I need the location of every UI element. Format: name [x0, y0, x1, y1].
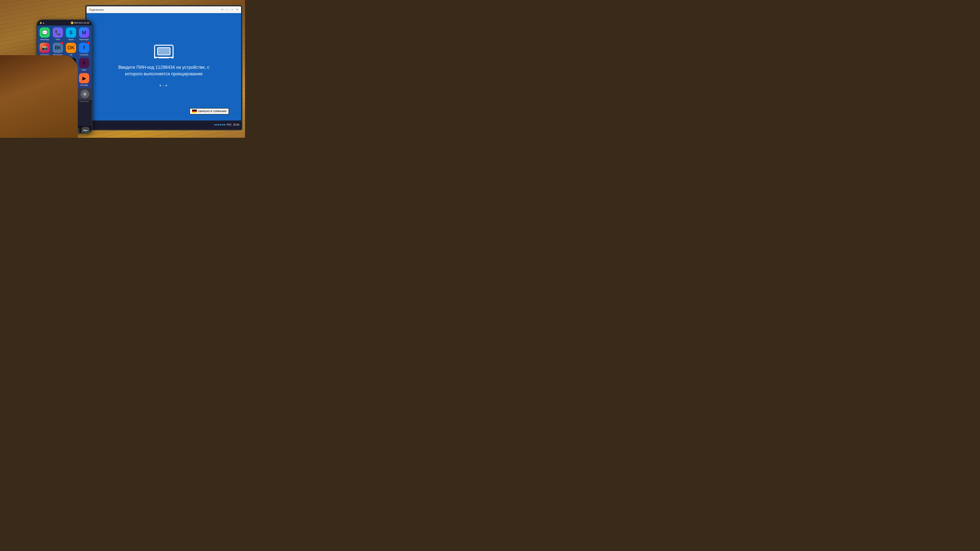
- ya-dengi-icon: ₽: [40, 58, 50, 68]
- messenger-icon: M: [79, 27, 89, 38]
- messenger-label: Messenger: [79, 38, 89, 41]
- facebook-badge: 2: [87, 42, 90, 44]
- ok-icon: OK: [66, 43, 76, 53]
- app-layout[interactable]: ⊞ Layout: [65, 73, 76, 86]
- window-title: Подключить: [89, 8, 221, 11]
- cast-pin-text: Введите ПИН-код 11298434 на устройстве, …: [118, 64, 210, 77]
- app-messenger[interactable]: M Messenger: [78, 27, 90, 41]
- context-switch[interactable]: Сменить устр.: [37, 110, 92, 118]
- status-wifi: WiFi: [74, 22, 78, 24]
- app-vk[interactable]: ВК 1 ВКонтакте: [52, 43, 64, 56]
- context-pause[interactable]: Приостановить: [37, 103, 92, 110]
- cast-content: Введите ПИН-код 11298434 на устройстве, …: [86, 13, 241, 121]
- app-ok[interactable]: OK ОК: [65, 43, 76, 56]
- taskbar: РУС 20:38: [86, 121, 241, 129]
- bottom-app-row: 📱 Телефон 💬 Сообщения 🌐 Интернет ▶ Play …: [37, 126, 92, 133]
- layout-icon: ⊞: [66, 73, 76, 83]
- app-snapseed[interactable]: 🌿 Snapseed: [65, 58, 76, 71]
- bottom-app-play[interactable]: ▶ Play Маркет: [71, 127, 80, 133]
- window-maximize-btn[interactable]: □: [231, 8, 234, 11]
- window-minimize-btn[interactable]: —: [226, 8, 229, 11]
- pause-label: Приостановить: [46, 105, 67, 108]
- status-signal: 📶: [71, 22, 73, 24]
- vk-label: ВКонтакте: [53, 54, 63, 56]
- status-notifications: 🔔 ▲: [40, 22, 45, 24]
- reklama-label: Реклама: [80, 84, 88, 86]
- app-grid: 💬 WhatsApp 📞 Viber S Skype M Messenger 📸…: [37, 25, 92, 88]
- instagram-label: Instagram: [40, 54, 49, 56]
- app-facebook[interactable]: f 2 Facebook: [78, 43, 90, 56]
- germany-flag: [192, 110, 197, 113]
- app-skype[interactable]: S Skype: [65, 27, 76, 41]
- app-pochta-rossii[interactable]: ✉ Почта России: [39, 73, 50, 86]
- slack-label: Slack: [82, 69, 86, 71]
- status-right-icons: 📶 WiFi 91% 20:38: [71, 22, 89, 24]
- viber-label: Viber: [56, 38, 60, 41]
- app-whatsapp[interactable]: 💬 WhatsApp: [39, 27, 50, 41]
- status-battery: 91%: [79, 22, 83, 24]
- bottom-app-internet[interactable]: 🌐 Интернет: [60, 127, 70, 133]
- ok-label: ОК: [70, 54, 72, 56]
- skype-icon: S: [66, 27, 76, 38]
- pause-dot: [41, 105, 44, 108]
- tray-dot-2: [216, 124, 218, 125]
- taskbar-language: РУС: [227, 124, 232, 126]
- status-time: 20:38: [84, 22, 89, 24]
- app-viber[interactable]: 📞 Viber: [52, 27, 64, 41]
- snapseed-icon: 🌿: [66, 58, 76, 68]
- app-boomerang[interactable]: ∞ Boomerang: [52, 73, 64, 86]
- laptop-screen: Подключить ✏ — □ ✕: [86, 6, 241, 129]
- pinterest-badge: 193: [59, 57, 64, 59]
- app-instagram[interactable]: 📸 Instagram: [39, 43, 50, 56]
- gear-settings-btn[interactable]: ⚙: [80, 90, 89, 98]
- switch-label: Сменить устр.: [46, 112, 65, 116]
- phone-icon: 📱: [39, 127, 48, 133]
- viber-icon: 📞: [53, 27, 63, 38]
- phone-screen: 🔔 ▲ 📶 WiFi 91% 20:38 💬 WhatsApp 📞 Viber …: [37, 20, 92, 133]
- switch-dot: [41, 112, 44, 116]
- disconnect-label: Отключить: [46, 119, 61, 123]
- bottom-app-phone[interactable]: 📱 Телефон: [39, 127, 48, 133]
- sub-label-auth: Authenticator: [79, 100, 89, 102]
- bottom-app-camera[interactable]: 📷 Камера: [81, 127, 90, 133]
- window-edit-btn[interactable]: ✏: [221, 8, 224, 11]
- facebook-icon: f 2: [79, 43, 89, 53]
- layout-label: Layout: [68, 84, 74, 86]
- pinterest-label: Pinterest: [54, 69, 62, 71]
- vtb-label: ВТБ: [60, 93, 65, 95]
- window-titlebar: Подключить ✏ — □ ✕: [86, 6, 241, 13]
- skype-label: Skype: [68, 38, 74, 41]
- bottom-app-messages[interactable]: 💬 Сообщения: [49, 127, 59, 133]
- tray-dot-1: [215, 124, 216, 125]
- snapseed-label: Snapseed: [67, 69, 75, 71]
- boomerang-label: Boomerang: [53, 84, 63, 86]
- app-slack[interactable]: # Slack: [78, 58, 90, 71]
- app-reklama[interactable]: ▶ Реклама: [78, 73, 90, 86]
- pochta-rossii-label: Почта России: [39, 84, 50, 86]
- pinterest-icon: P 193: [53, 58, 63, 68]
- context-menu: Приостановить Сменить устр. Отключить: [37, 102, 92, 126]
- tray-dot-5: [222, 124, 223, 125]
- sticker-text: СВАРЕНО В ГЕРМАНИИ: [198, 110, 226, 113]
- window-close-btn[interactable]: ✕: [235, 8, 239, 11]
- vtb-icon[interactable]: ВТБ: [59, 90, 67, 98]
- svg-rect-1: [158, 48, 170, 55]
- tray-dot-6: [224, 124, 225, 125]
- pochta-rossii-icon: ✉: [40, 73, 50, 83]
- tray-icons: [215, 124, 225, 125]
- sub-label-vtb: ВТБ: [62, 100, 65, 102]
- loading-indicator: •-•: [159, 82, 169, 89]
- internet-icon: 🌐: [61, 127, 69, 133]
- laptop-body: Подключить ✏ — □ ✕: [85, 5, 243, 130]
- app-pinterest[interactable]: P 193 Pinterest: [52, 58, 64, 71]
- laptop: Подключить ✏ — □ ✕: [80, 0, 245, 138]
- context-disconnect[interactable]: Отключить: [37, 118, 92, 125]
- instagram-icon: 📸: [40, 43, 50, 53]
- flag-gold-stripe: [192, 112, 197, 113]
- facebook-label: Facebook: [80, 54, 88, 56]
- app-ya-dengi[interactable]: ₽ Я.Деньги: [39, 58, 50, 71]
- smart-view-bar: SMART VIEW ВТБ ⚙: [37, 88, 92, 100]
- window-controls: ✏ — □ ✕: [221, 8, 239, 11]
- play-store-icon: ▶: [71, 127, 80, 133]
- vk-icon: ВК 1: [53, 43, 63, 53]
